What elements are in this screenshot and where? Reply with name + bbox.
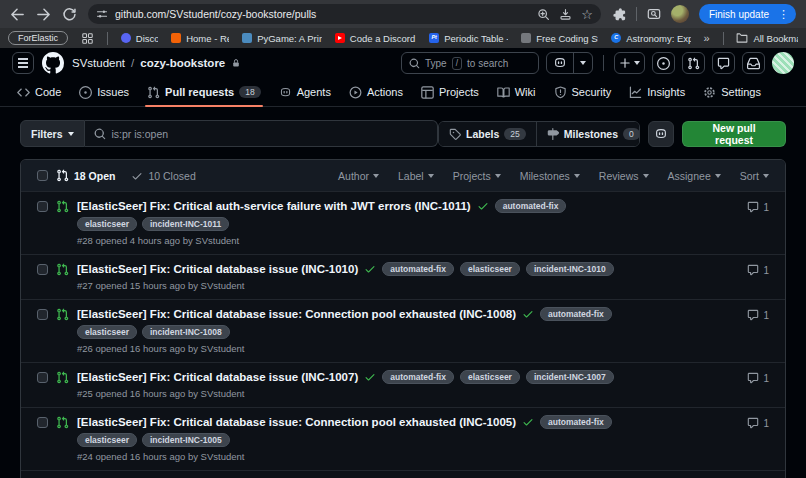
label-dropdown[interactable]: Label bbox=[398, 170, 434, 182]
tab-issues[interactable]: Issues bbox=[71, 78, 137, 106]
row-checkbox[interactable] bbox=[37, 264, 48, 275]
address-bar[interactable]: github.com/SVstudent/cozy-bookstore/pull… bbox=[88, 4, 601, 24]
new-pull-request-button[interactable]: New pull request bbox=[682, 121, 786, 147]
site-settings-icon[interactable] bbox=[96, 8, 108, 20]
issues-header-button[interactable] bbox=[652, 52, 675, 74]
assignee-dropdown[interactable]: Assignee bbox=[668, 170, 721, 182]
select-all-checkbox[interactable] bbox=[37, 170, 48, 181]
github-logo[interactable] bbox=[42, 52, 64, 74]
bookmark-youtube[interactable]: Code a Discord Bo... bbox=[335, 33, 416, 44]
search-icon bbox=[409, 58, 420, 69]
tab-security[interactable]: Security bbox=[546, 78, 620, 106]
closed-filter[interactable]: 10 Closed bbox=[131, 170, 195, 182]
tab-projects[interactable]: Projects bbox=[413, 78, 487, 106]
projects-dropdown[interactable]: Projects bbox=[453, 170, 501, 182]
label-chip[interactable]: automated-fix bbox=[382, 370, 454, 384]
comment-count[interactable]: 1 bbox=[747, 372, 769, 384]
row-checkbox[interactable] bbox=[37, 417, 48, 428]
issue-icon bbox=[657, 57, 670, 70]
bookmark-star-icon[interactable]: ☆ bbox=[581, 8, 593, 21]
label-chip[interactable]: elasticseer bbox=[77, 325, 137, 339]
browser-profile-avatar[interactable] bbox=[671, 5, 689, 23]
bookmark-periodic-table[interactable]: PtPeriodic Table - Pt... bbox=[429, 33, 508, 44]
comment-count[interactable]: 1 bbox=[747, 309, 769, 321]
tab-agents[interactable]: Agents bbox=[271, 78, 339, 106]
label-chip[interactable]: automated-fix bbox=[495, 199, 567, 213]
label-chip[interactable]: elasticseer bbox=[460, 262, 520, 276]
extensions-puzzle-icon[interactable] bbox=[612, 7, 626, 21]
pr-title[interactable]: [ElasticSeer] Fix: Critical database iss… bbox=[77, 416, 516, 428]
filters-dropdown-button[interactable]: Filters bbox=[20, 120, 85, 147]
author-dropdown[interactable]: Author bbox=[338, 170, 379, 182]
tab-actions[interactable]: Actions bbox=[341, 78, 411, 106]
comment-count[interactable]: 1 bbox=[747, 201, 769, 213]
tab-pull-requests[interactable]: Pull requests18 bbox=[139, 78, 269, 106]
chevron-down-icon bbox=[634, 61, 640, 65]
bookmark-discord[interactable]: Discord bbox=[121, 33, 158, 44]
finish-update-button[interactable]: Finish update ⋮ bbox=[699, 4, 796, 24]
back-icon[interactable] bbox=[10, 7, 25, 22]
row-checkbox[interactable] bbox=[37, 309, 48, 320]
pr-title[interactable]: [ElasticSeer] Fix: Critical database iss… bbox=[77, 371, 358, 383]
search-query-input[interactable]: is:pr is:open bbox=[85, 120, 439, 147]
browser-menu-icon[interactable]: ⋮ bbox=[775, 9, 792, 20]
notifications-button[interactable] bbox=[742, 52, 765, 74]
tab-settings[interactable]: Settings bbox=[695, 78, 769, 106]
bookmark-free-coding[interactable]: Free Coding Staff... bbox=[521, 33, 598, 44]
bookmark-astronomy[interactable]: CAstronomy: Explor... bbox=[611, 33, 690, 44]
bookmark-pygame[interactable]: PyGame: A Primer... bbox=[242, 33, 322, 44]
install-icon[interactable] bbox=[559, 8, 572, 21]
labels-button[interactable]: Labels 25 bbox=[439, 122, 536, 146]
label-chip[interactable]: elasticseer bbox=[77, 433, 137, 447]
label-chip[interactable]: elasticseer bbox=[460, 370, 520, 384]
global-search-input[interactable]: Type / to search bbox=[401, 52, 539, 74]
label-chip[interactable]: incident-INC-1008 bbox=[142, 325, 230, 339]
copilot-pr-button[interactable] bbox=[648, 121, 674, 147]
apps-grid-icon[interactable] bbox=[81, 32, 94, 45]
label-chip[interactable]: incident-INC-1007 bbox=[526, 370, 614, 384]
discussions-header-button[interactable] bbox=[712, 52, 735, 74]
tab-insights[interactable]: Insights bbox=[621, 78, 693, 106]
tab-search-icon[interactable] bbox=[647, 7, 661, 21]
sort-dropdown[interactable]: Sort bbox=[740, 170, 769, 182]
reviews-dropdown[interactable]: Reviews bbox=[599, 170, 649, 182]
hamburger-menu-button[interactable] bbox=[12, 52, 34, 74]
bookmarks-overflow-icon[interactable]: » bbox=[704, 32, 710, 44]
tab-wiki[interactable]: Wiki bbox=[489, 78, 544, 106]
copilot-dropdown[interactable] bbox=[573, 53, 592, 73]
label-chip[interactable]: incident-INC-1011 bbox=[142, 217, 229, 231]
label-chip[interactable]: automated-fix bbox=[540, 415, 612, 429]
discord-favicon bbox=[121, 33, 131, 43]
tab-code[interactable]: Code bbox=[9, 78, 69, 106]
comment-count[interactable]: 1 bbox=[747, 417, 769, 429]
label-chip[interactable]: automated-fix bbox=[540, 307, 612, 321]
row-checkbox[interactable] bbox=[37, 372, 48, 383]
breadcrumb-repo[interactable]: cozy-bookstore bbox=[140, 57, 225, 69]
copilot-button[interactable] bbox=[547, 53, 573, 73]
pr-title[interactable]: [ElasticSeer] Fix: Critical auth-service… bbox=[77, 200, 471, 212]
open-pull-request-icon bbox=[56, 200, 69, 213]
pr-row: [ElasticSeer] Fix: Critical database iss… bbox=[21, 254, 785, 299]
github-avatar[interactable] bbox=[772, 52, 794, 74]
pr-title[interactable]: [ElasticSeer] Fix: Critical database iss… bbox=[77, 263, 358, 275]
url-text[interactable]: github.com/SVstudent/cozy-bookstore/pull… bbox=[115, 8, 530, 20]
label-chip[interactable]: automated-fix bbox=[382, 262, 454, 276]
row-checkbox[interactable] bbox=[37, 201, 48, 212]
breadcrumb-owner[interactable]: SVstudent bbox=[72, 57, 125, 69]
open-filter[interactable]: 18 Open bbox=[56, 169, 115, 182]
label-chip[interactable]: incident-INC-1010 bbox=[526, 262, 614, 276]
bookmark-replit[interactable]: Home - Replit bbox=[171, 33, 229, 44]
milestones-button[interactable]: Milestones 0 bbox=[536, 122, 641, 146]
zoom-icon[interactable] bbox=[537, 8, 550, 21]
pr-title[interactable]: [ElasticSeer] Fix: Critical database iss… bbox=[77, 308, 516, 320]
comment-count[interactable]: 1 bbox=[747, 264, 769, 276]
label-chip[interactable]: elasticseer bbox=[77, 217, 137, 231]
pull-requests-header-button[interactable] bbox=[682, 52, 705, 74]
refresh-icon[interactable] bbox=[62, 7, 77, 22]
all-bookmarks-button[interactable]: All Bookmarks bbox=[736, 32, 798, 44]
profile-chip[interactable]: ForElastic bbox=[8, 31, 68, 45]
forward-icon[interactable] bbox=[36, 7, 51, 22]
label-chip[interactable]: incident-INC-1005 bbox=[142, 433, 230, 447]
milestones-dropdown[interactable]: Milestones bbox=[520, 170, 580, 182]
create-new-button[interactable] bbox=[614, 52, 645, 74]
